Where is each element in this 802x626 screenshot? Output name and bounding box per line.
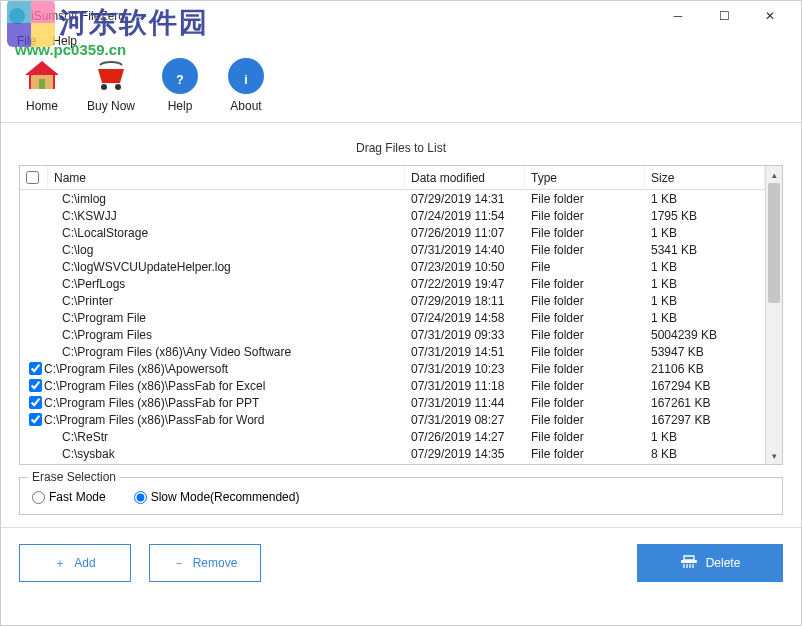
row-name: C:\Program Files: [44, 328, 152, 342]
table-row[interactable]: C:\KSWJJ07/24/2019 11:54File folder1795 …: [20, 207, 765, 224]
row-checkbox[interactable]: [29, 362, 42, 375]
slow-mode-option[interactable]: Slow Mode(Recommended): [134, 490, 300, 504]
table-row[interactable]: C:\LocalStorage07/26/2019 11:07File fold…: [20, 224, 765, 241]
table-row[interactable]: C:\Program Files07/31/2019 09:33File fol…: [20, 326, 765, 343]
remove-button[interactable]: － Remove: [149, 544, 261, 582]
table-row[interactable]: C:\Printer07/29/2019 18:11File folder1 K…: [20, 292, 765, 309]
delete-button[interactable]: Delete: [637, 544, 783, 582]
toolbar-about[interactable]: i About: [225, 55, 267, 113]
row-checkbox[interactable]: [29, 413, 42, 426]
row-size: 1 KB: [645, 277, 765, 291]
col-date[interactable]: Data modified: [405, 166, 525, 189]
add-button[interactable]: ＋ Add: [19, 544, 131, 582]
row-name: C:\PerfLogs: [44, 277, 125, 291]
row-size: 1 KB: [645, 192, 765, 206]
row-name: C:\LocalStorage: [44, 226, 148, 240]
table-row[interactable]: C:\Program Files (x86)\PassFab for Excel…: [20, 377, 765, 394]
row-size: 167261 KB: [645, 396, 765, 410]
table-row[interactable]: C:\ReStr07/26/2019 14:27File folder1 KB: [20, 428, 765, 445]
row-date: 07/24/2019 11:54: [405, 209, 525, 223]
delete-button-label: Delete: [706, 556, 741, 570]
table-row[interactable]: C:\imlog07/29/2019 14:31File folder1 KB: [20, 190, 765, 207]
row-type: File folder: [525, 192, 645, 206]
toolbar-buy[interactable]: Buy Now: [87, 55, 135, 113]
app-title: iSumsoft FileZero: [31, 9, 125, 23]
row-date: 07/31/2019 11:44: [405, 396, 525, 410]
info-icon: i: [225, 55, 267, 97]
row-type: File folder: [525, 209, 645, 223]
svg-rect-2: [39, 79, 45, 89]
slow-mode-radio[interactable]: [134, 491, 147, 504]
row-size: 53947 KB: [645, 345, 765, 359]
title-bar: iSumsoft FileZero ─ ☐ ✕: [1, 1, 801, 31]
table-row[interactable]: C:\log07/31/2019 14:40File folder5341 KB: [20, 241, 765, 258]
erase-legend: Erase Selection: [28, 470, 120, 484]
col-type[interactable]: Type: [525, 166, 645, 189]
home-icon: [21, 55, 63, 97]
row-checkbox[interactable]: [29, 396, 42, 409]
row-type: File folder: [525, 447, 645, 461]
file-list: Name Data modified Type Size C:\imlog07/…: [19, 165, 783, 465]
fast-mode-radio[interactable]: [32, 491, 45, 504]
row-size: 1 KB: [645, 311, 765, 325]
table-row[interactable]: C:\PerfLogs07/22/2019 19:47File folder1 …: [20, 275, 765, 292]
toolbar-help[interactable]: ? Help: [159, 55, 201, 113]
row-name: C:\Program Files (x86)\PassFab for Excel: [44, 379, 265, 393]
fast-mode-option[interactable]: Fast Mode: [32, 490, 106, 504]
table-row[interactable]: C:\Program Files (x86)\PassFab for PPT07…: [20, 394, 765, 411]
row-type: File folder: [525, 243, 645, 257]
row-type: File folder: [525, 294, 645, 308]
row-date: 07/26/2019 11:07: [405, 226, 525, 240]
row-name: C:\Printer: [44, 294, 113, 308]
table-row[interactable]: C:\Program Files (x86)\Any Video Softwar…: [20, 343, 765, 360]
file-list-body: C:\imlog07/29/2019 14:31File folder1 KBC…: [20, 190, 765, 464]
row-type: File folder: [525, 362, 645, 376]
row-size: 8 KB: [645, 447, 765, 461]
row-type: File folder: [525, 413, 645, 427]
row-checkbox[interactable]: [29, 379, 42, 392]
table-row[interactable]: C:\sysbak07/29/2019 14:35File folder8 KB: [20, 445, 765, 462]
scroll-thumb[interactable]: [768, 183, 780, 303]
minus-icon: －: [173, 555, 185, 572]
add-button-label: Add: [74, 556, 95, 570]
vertical-scrollbar[interactable]: ▴ ▾: [765, 166, 782, 464]
toolbar-about-label: About: [230, 99, 261, 113]
col-name[interactable]: Name: [48, 166, 405, 189]
row-date: 07/31/2019 08:27: [405, 413, 525, 427]
scroll-down-arrow[interactable]: ▾: [766, 447, 782, 464]
row-name: C:\logWSVCUUpdateHelper.log: [44, 260, 231, 274]
maximize-button[interactable]: ☐: [701, 1, 747, 31]
row-date: 07/26/2019 14:27: [405, 430, 525, 444]
menu-help[interactable]: Help: [44, 32, 85, 50]
select-all-checkbox[interactable]: [26, 171, 39, 184]
table-row[interactable]: C:\Program File07/24/2019 14:58File fold…: [20, 309, 765, 326]
svg-text:?: ?: [176, 73, 183, 87]
row-date: 07/31/2019 09:33: [405, 328, 525, 342]
toolbar-help-label: Help: [168, 99, 193, 113]
row-name: C:\sysbak: [44, 447, 115, 461]
toolbar-buy-label: Buy Now: [87, 99, 135, 113]
row-name: C:\Program Files (x86)\Apowersoft: [44, 362, 228, 376]
minimize-button[interactable]: ─: [655, 1, 701, 31]
row-date: 07/29/2019 18:11: [405, 294, 525, 308]
col-size[interactable]: Size: [645, 166, 765, 189]
table-row[interactable]: C:\Program Files (x86)\Apowersoft07/31/2…: [20, 360, 765, 377]
erase-selection-group: Erase Selection Fast Mode Slow Mode(Reco…: [19, 477, 783, 515]
slow-mode-label: Slow Mode(Recommended): [151, 490, 300, 504]
toolbar-home[interactable]: Home: [21, 55, 63, 113]
menu-bar: File Help: [1, 31, 801, 51]
file-list-header: Name Data modified Type Size: [20, 166, 765, 190]
menu-file[interactable]: File: [9, 32, 44, 50]
row-size: 1 KB: [645, 226, 765, 240]
table-row[interactable]: C:\logWSVCUUpdateHelper.log07/23/2019 10…: [20, 258, 765, 275]
svg-text:i: i: [244, 73, 247, 87]
row-size: 167297 KB: [645, 413, 765, 427]
scroll-up-arrow[interactable]: ▴: [766, 166, 782, 183]
row-type: File folder: [525, 430, 645, 444]
row-size: 1 KB: [645, 260, 765, 274]
shredder-icon: [680, 554, 698, 573]
table-row[interactable]: C:\Program Files (x86)\PassFab for Word0…: [20, 411, 765, 428]
row-type: File folder: [525, 328, 645, 342]
row-date: 07/22/2019 19:47: [405, 277, 525, 291]
close-button[interactable]: ✕: [747, 1, 793, 31]
